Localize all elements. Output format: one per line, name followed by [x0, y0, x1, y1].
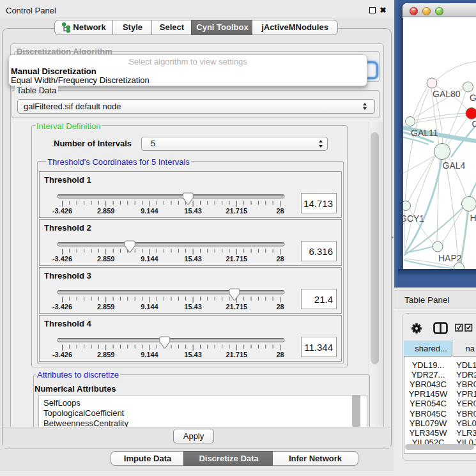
svg-text:2.859: 2.859 — [97, 207, 115, 215]
svg-text:C: C — [472, 119, 476, 129]
svg-text:9.144: 9.144 — [141, 303, 158, 311]
svg-text:GAL11: GAL11 — [411, 128, 438, 138]
svg-text:-3.426: -3.426 — [52, 351, 72, 358]
svg-text:GAL80: GAL80 — [433, 89, 461, 99]
svg-text:28: 28 — [276, 255, 284, 263]
svg-text:9.144: 9.144 — [141, 351, 158, 358]
svg-text:2.859: 2.859 — [97, 303, 115, 311]
svg-text:2.859: 2.859 — [97, 255, 115, 263]
svg-text:-3.426: -3.426 — [52, 255, 72, 263]
svg-text:28: 28 — [276, 351, 284, 358]
svg-text:28: 28 — [276, 207, 284, 215]
svg-text:21.715: 21.715 — [226, 351, 247, 358]
svg-text:H: H — [470, 213, 476, 223]
svg-text:-3.426: -3.426 — [52, 303, 72, 311]
svg-text:9.144: 9.144 — [141, 207, 158, 215]
svg-text:GA: GA — [470, 93, 476, 103]
svg-text:2.859: 2.859 — [97, 351, 115, 358]
svg-text:21.715: 21.715 — [226, 303, 247, 311]
svg-text:GCY1: GCY1 — [403, 213, 424, 224]
svg-text:28: 28 — [276, 303, 284, 311]
svg-text:-3.426: -3.426 — [52, 207, 72, 215]
svg-text:HAP2: HAP2 — [438, 253, 462, 263]
svg-text:9.144: 9.144 — [141, 255, 158, 263]
svg-text:21.715: 21.715 — [226, 207, 247, 215]
svg-text:GAL4: GAL4 — [443, 160, 466, 171]
svg-text:15.43: 15.43 — [184, 255, 202, 263]
svg-text:15.43: 15.43 — [184, 351, 202, 358]
svg-text:15.43: 15.43 — [184, 303, 202, 311]
svg-text:15.43: 15.43 — [184, 207, 202, 215]
svg-text:21.715: 21.715 — [226, 255, 247, 263]
